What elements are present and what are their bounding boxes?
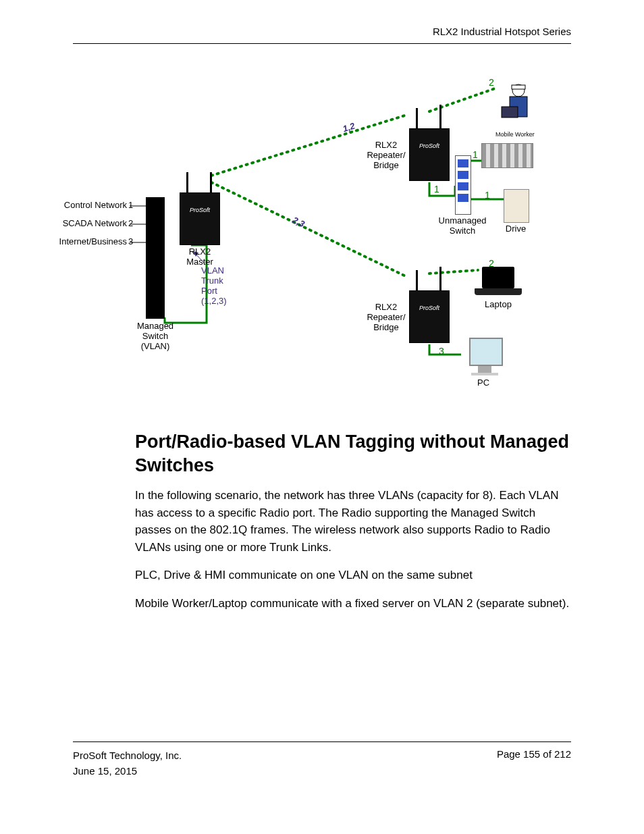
antenna-icon [416,270,418,290]
footer-date: June 15, 2015 [73,764,182,779]
paragraph: In the following scenario, the network h… [135,487,571,556]
label-scada-network: SCADA Network [53,219,127,229]
rlx2-repeater-top-icon: ProSoft [409,128,450,181]
rlx2-master-device-icon: ProSoft [180,192,220,245]
vlan-number-3: 3 [128,237,133,247]
antenna-icon [439,105,441,128]
vlan-number: 2 [489,258,494,269]
rlx2-repeater-bottom-icon: ProSoft [409,290,450,343]
paragraph: Mobile Worker/Laptop communicate with a … [135,595,571,613]
footer-left: ProSoft Technology, Inc. June 15, 2015 [73,748,182,779]
label-drive: Drive [504,224,528,234]
label-internet-business: Internet/Business [53,237,127,247]
label-laptop: Laptop [479,300,517,310]
vlan-number-1: 1 [128,201,133,211]
label-pc: PC [463,378,504,388]
footer-company: ProSoft Technology, Inc. [73,748,182,764]
body-content: Port/Radio-based VLAN Tagging without Ma… [135,430,571,623]
mobile-worker-icon [495,80,542,130]
label-rlx2-repeater-top: RLX2 Repeater/ Bridge [365,140,407,171]
svg-line-8 [429,270,478,273]
page-header: RLX2 Industrial Hotspot Series [73,26,571,37]
paragraph: PLC, Drive & HMI communicate on one VLAN… [135,567,571,584]
drive-icon [504,189,529,223]
antenna-icon [439,267,441,290]
port-number: 1 [434,184,439,194]
label-rlx2-master: RLX2 Master [180,247,220,267]
antenna-icon [186,172,188,192]
plc-icon [481,143,533,168]
unmanaged-switch-icon [455,155,471,215]
port-number: 1 [473,149,478,160]
section-heading: Port/Radio-based VLAN Tagging without Ma… [135,430,571,477]
svg-line-6 [211,182,407,277]
header-rule [73,43,571,44]
label-managed-switch: Managed Switch (VLAN) [135,321,176,352]
port-number: 1 [485,190,490,201]
vlan-number: 2 [489,77,494,88]
port-number: 3 [439,346,444,357]
footer-page: Page 155 of 212 [497,748,571,760]
svg-rect-12 [502,107,518,118]
vlan-number-2: 2 [128,219,133,229]
label-control-network: Control Network [53,201,127,211]
label-vlan-trunk-port: VLAN Trunk Port (1,2,3) [201,266,227,307]
label-unmanaged-switch: Unmanaged Switch [437,216,487,236]
managed-switch-icon [146,197,165,319]
network-diagram: Control Network 1 SCADA Network 2 Intern… [73,68,571,419]
svg-rect-10 [512,85,525,89]
footer-rule [73,741,571,742]
antenna-icon [416,108,418,128]
label-rlx2-repeater-bottom: RLX2 Repeater/ Bridge [365,303,407,333]
laptop-icon [475,267,522,297]
label-mobile-worker: Mobile Worker [495,131,535,138]
